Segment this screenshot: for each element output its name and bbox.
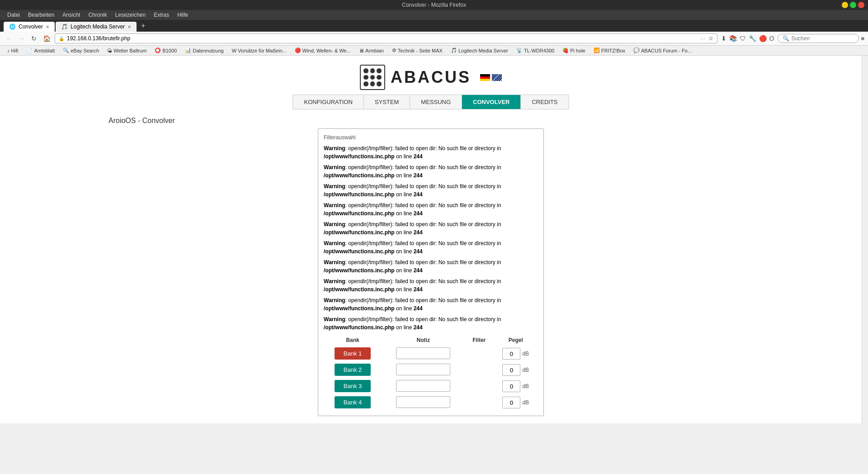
minimize-btn[interactable] [842, 2, 848, 8]
filter-cell [465, 378, 493, 394]
back-btn[interactable]: ← [4, 34, 14, 43]
tab-logitech[interactable]: 🎵 Logitech Media Server ✕ [56, 22, 137, 32]
page-content: ABACUS KONFIGURATION SYSTEM MESSUNG CONV… [0, 56, 862, 423]
table-row: Bank 4 dB [324, 394, 538, 410]
bookmark-daten[interactable]: 📊Datennutzung [181, 47, 227, 54]
search-input[interactable] [791, 35, 854, 42]
bookmark-hifi[interactable]: ♪Hifi [4, 47, 22, 54]
bookmark-armbian[interactable]: 🖥Armbian [355, 47, 387, 54]
tab-favicon: 🌐 [9, 24, 16, 30]
notiz-input-1[interactable] [396, 347, 450, 359]
menu-chronik[interactable]: Chronik [85, 11, 110, 19]
bookmark-technik[interactable]: ⚙Technik - Seite MAX [388, 47, 446, 54]
window-controls [842, 2, 864, 8]
pegel-input-3[interactable] [502, 380, 520, 392]
bookmark-ebay[interactable]: 🔍eBay Search [59, 47, 103, 54]
bookmark-logitech[interactable]: 🎵Logitech Media Server [447, 47, 512, 54]
pegel-cell: dB [493, 378, 538, 394]
bookmark-wind[interactable]: 🔴Wind, Wellen- & We... [291, 47, 354, 54]
notiz-cell [382, 378, 465, 394]
forward-btn[interactable]: → [16, 34, 27, 43]
bookmark-abacus[interactable]: 💬ABACUS Forum - Fo... [630, 47, 695, 54]
address-more-btn[interactable]: ··· [700, 35, 706, 42]
tab-konfiguration[interactable]: KONFIGURATION [293, 95, 363, 109]
bookmark-wetter[interactable]: 🌤Wetter Baltrum [104, 47, 150, 54]
bank-btn-4[interactable]: Bank 4 [335, 396, 371, 408]
bank-btn-1[interactable]: Bank 1 [335, 347, 371, 360]
pegel-cell: dB [493, 394, 538, 410]
menu-icon[interactable]: ≡ [861, 35, 864, 42]
tab-convolver[interactable]: 🌐 Convolver ✕ [4, 22, 55, 32]
bank-btn-3[interactable]: Bank 3 [335, 380, 371, 392]
bookmark-star[interactable]: ☆ [708, 35, 713, 42]
shield-icon[interactable]: 🛡 [740, 35, 746, 42]
nav-bar: ← → ↻ 🏠 🔒 ··· ☆ ⬇ 📚 🛡 🔧 🔴 O 🔍 ≡ [0, 32, 868, 46]
menu-bearbeiten[interactable]: Bearbeiten [24, 11, 58, 19]
table-row: Bank 3 dB [324, 378, 538, 394]
tab-messung[interactable]: MESSUNG [410, 95, 462, 109]
tab-label: Convolver [19, 24, 43, 30]
bookmark-icon[interactable]: 📚 [729, 35, 737, 42]
pegel-input-1[interactable] [502, 348, 520, 360]
notiz-cell [382, 361, 465, 378]
page-title: AroioOS - Convolver [108, 117, 175, 125]
bookmark-pihole[interactable]: 🍓Pi hole [559, 47, 589, 54]
menu-ansicht[interactable]: Ansicht [59, 11, 84, 19]
pegel-input-4[interactable] [502, 397, 520, 408]
bank-cell: Bank 3 [324, 378, 382, 394]
refresh-btn[interactable]: ↻ [29, 34, 39, 43]
abacus-header: ABACUS [360, 56, 502, 95]
filter-box: Filterauswahl Warning: opendir(/tmp/filt… [318, 128, 544, 416]
home-btn[interactable]: 🏠 [41, 34, 53, 43]
tab-close[interactable]: ✕ [46, 24, 49, 29]
main-content: ABACUS KONFIGURATION SYSTEM MESSUNG CONV… [0, 56, 862, 423]
new-tab-btn[interactable]: + [137, 22, 149, 32]
notiz-input-4[interactable] [396, 396, 450, 408]
opera-icon[interactable]: O [769, 35, 774, 42]
filter-cell [465, 345, 493, 361]
menu-extras[interactable]: Extras [150, 11, 173, 19]
bookmark-amtsblatt[interactable]: 📄Amtsblatt [23, 47, 58, 54]
col-pegel: Pegel [493, 335, 538, 345]
bookmark-b1000[interactable]: ⭕B1000 [151, 47, 180, 54]
notiz-cell [382, 394, 465, 410]
flag-english[interactable] [492, 74, 502, 81]
flag-german[interactable] [480, 74, 490, 81]
address-input[interactable] [67, 35, 698, 42]
bank-cell: Bank 1 [324, 345, 382, 361]
close-btn[interactable] [858, 2, 864, 8]
menu-datei[interactable]: Datei [4, 11, 24, 19]
pegel-input-2[interactable] [502, 364, 520, 376]
warning-item: Warning: opendir(/tmp/filter): failed to… [324, 277, 538, 294]
vpn-icon[interactable]: 🔴 [759, 35, 767, 42]
notiz-input-3[interactable] [396, 380, 450, 392]
menu-hilfe[interactable]: Hilfe [174, 11, 192, 19]
tab-close-2[interactable]: ✕ [127, 24, 131, 29]
bookmark-vorsaetze[interactable]: WVorsätze für Maßein... [228, 47, 290, 54]
db-label-2: dB [522, 367, 529, 373]
warning-item: Warning: opendir(/tmp/filter): failed to… [324, 182, 538, 199]
bookmark-fritz[interactable]: 📶FRITZ!Box [590, 47, 629, 54]
db-label-3: dB [522, 383, 529, 389]
filter-legend: Filterauswahl [324, 134, 538, 141]
db-label-1: dB [522, 351, 529, 357]
maximize-btn[interactable] [850, 2, 856, 8]
bank-btn-2[interactable]: Bank 2 [335, 364, 371, 376]
db-label-4: dB [522, 399, 529, 406]
tab-convolver-nav[interactable]: CONVOLVER [462, 95, 521, 109]
extension-icon[interactable]: 🔧 [749, 35, 756, 42]
page-wrapper: ABACUS KONFIGURATION SYSTEM MESSUNG CONV… [0, 56, 868, 423]
scrollbar[interactable] [862, 56, 868, 423]
col-bank: Bank [324, 335, 382, 345]
tab-favicon-2: 🎵 [61, 24, 68, 30]
menu-lesezeichen[interactable]: Lesezeichen [112, 11, 149, 19]
bookmark-tl[interactable]: 📡TL-WDR4300 [513, 47, 558, 54]
tab-system[interactable]: SYSTEM [364, 95, 410, 109]
tab-credits[interactable]: CREDITS [521, 95, 568, 109]
table-row: Bank 1 dB [324, 345, 538, 361]
notiz-input-2[interactable] [396, 364, 450, 375]
filter-cell [465, 394, 493, 410]
toolbar-icons: ⬇ 📚 🛡 🔧 🔴 O [719, 35, 776, 42]
download-icon[interactable]: ⬇ [721, 35, 726, 42]
warning-item: Warning: opendir(/tmp/filter): failed to… [324, 220, 538, 237]
